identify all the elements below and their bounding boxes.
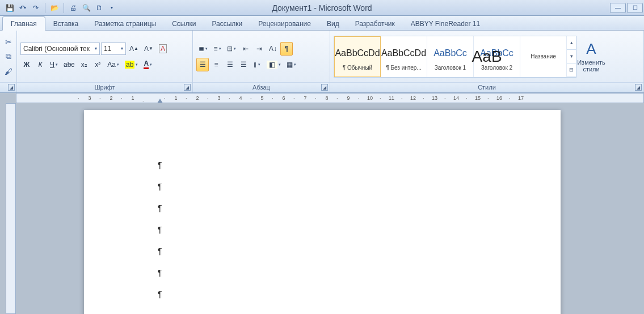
clear-formatting-button[interactable]: A [157,42,169,56]
paragraph-mark[interactable]: ¶ [158,204,561,212]
tab-home[interactable]: Главная [2,16,45,31]
window-controls: ― ☐ [610,3,644,13]
increase-indent-button[interactable]: ⇥ [253,42,266,56]
ruler-tick: 7 [294,95,316,101]
minimize-button[interactable]: ― [610,3,626,13]
font-size-combo[interactable]: 11▾ [101,43,126,55]
open-button[interactable]: 📂 [48,2,61,14]
justify-button[interactable]: ☰ [237,58,250,71]
copy-button[interactable]: ⧉ [3,50,13,63]
group-label: Абзац ◢ [193,82,330,92]
sort-button[interactable]: A↓ [267,42,279,56]
ruler-tick: 12 [402,95,424,101]
ruler-tick: 11 [381,95,402,101]
format-painter-button[interactable]: 🖌 [3,65,13,78]
paragraph-mark[interactable]: ¶ [158,161,561,169]
paragraph-mark[interactable]: ¶ [158,247,561,255]
paragraph-mark[interactable]: ¶ [158,183,561,190]
ruler-tick: 1 [122,95,144,101]
group-font: Calibri (Основной тек▾ 11▾ A▲ A▼ A Ж К Ч… [17,31,193,92]
tab-developer[interactable]: Разработчик [347,17,403,30]
font-color-button[interactable]: A▾ [141,58,154,71]
bold-button[interactable]: Ж [20,58,33,71]
underline-button[interactable]: Ч▾ [48,58,60,71]
styles-expand[interactable]: ⊟ [567,63,576,77]
tab-review[interactable]: Рецензирование [250,17,319,30]
styles-scroll-down[interactable]: ▾ [567,50,576,63]
save-button[interactable]: 💾 [3,2,16,14]
tab-insert[interactable]: Вставка [45,17,87,30]
shrink-font-button[interactable]: A▼ [142,42,155,56]
ribbon-tabs: Главная Вставка Разметка страницы Ссылки… [0,16,644,31]
vertical-ruler[interactable] [6,103,16,314]
multilevel-list-button[interactable]: ⊟▾ [225,42,238,56]
style-title[interactable]: АаВ Название [520,36,567,77]
subscript-button[interactable]: x₂ [78,58,90,71]
show-pilcrow-button[interactable]: ¶ [280,42,293,56]
qat-customize-button[interactable]: ▾ [106,2,119,14]
group-styles: AaBbCcDd ¶ Обычный AaBbCcDd ¶ Без интер.… [330,31,644,92]
ruler-tick: 15 [467,95,489,101]
superscript-button[interactable]: x² [91,58,104,71]
line-spacing-button[interactable]: ⫿▾ [251,58,263,71]
maximize-button[interactable]: ☐ [627,3,643,13]
tab-abbyy[interactable]: ABBYY FineReader 11 [403,17,489,30]
ruler-tick: 2 [187,95,208,101]
change-styles-button[interactable]: A Изменить стили [576,38,606,75]
window-title: Документ1 - Microsoft Word [272,3,372,12]
group-clipboard: ✂ ⧉ 🖌 ◢ [0,31,17,92]
ribbon: ✂ ⧉ 🖌 ◢ Calibri (Основной тек▾ 11▾ A▲ A▼… [0,31,644,93]
font-dialog-launcher[interactable]: ◢ [184,84,191,91]
ruler-tick: 13 [424,95,445,101]
align-center-button[interactable]: ≡ [210,58,222,71]
ruler-tick: 9 [338,95,359,101]
quick-print-button[interactable]: 🖨 [67,2,79,14]
align-right-button[interactable]: ☰ [224,58,236,71]
change-case-button[interactable]: Aa▾ [105,58,121,71]
style-normal[interactable]: AaBbCcDd ¶ Обычный [334,36,381,77]
borders-button[interactable]: ▦▾ [284,58,298,71]
styles-dialog-launcher[interactable]: ◢ [635,84,642,91]
document-page[interactable]: ¶¶¶¶¶¶¶ [84,110,561,314]
horizontal-ruler[interactable]: 3211234567891011121314151617 [16,93,644,103]
print-preview-button[interactable]: 🔍 [80,2,92,14]
cut-button[interactable]: ✂ [3,35,13,49]
change-styles-icon: A [586,40,596,58]
strike-button[interactable]: abc [61,58,77,71]
separator [64,3,64,13]
ruler-tick: 4 [230,95,251,101]
italic-button[interactable]: К [34,58,47,71]
numbering-button[interactable]: ≡▾ [211,42,224,56]
tab-mailings[interactable]: Рассылки [204,17,250,30]
quick-access-toolbar: 💾 ↶▾ ↷ 📂 🖨 🔍 🗋 ▾ [0,2,119,14]
highlight-color-button[interactable]: ab▾ [123,58,140,71]
paragraph-mark[interactable]: ¶ [158,290,561,298]
new-doc-button[interactable]: 🗋 [93,2,106,14]
tab-view[interactable]: Вид [319,17,347,30]
shading-button[interactable]: ◧▾ [264,58,283,71]
paragraph-mark[interactable]: ¶ [158,226,561,234]
ruler-tick: 5 [251,95,273,101]
bullets-button[interactable]: ≣▾ [196,42,210,56]
clipboard-dialog-launcher[interactable]: ◢ [8,84,15,91]
ruler-tick: 6 [273,95,294,101]
styles-scroll-up[interactable]: ▴ [567,36,576,50]
redo-button[interactable]: ↷ [30,2,42,14]
align-left-button[interactable]: ☰ [196,58,209,71]
decrease-indent-button[interactable]: ⇤ [239,42,252,56]
ruler-tick: 1 [165,95,187,101]
grow-font-button[interactable]: A▲ [127,42,141,56]
font-name-combo[interactable]: Calibri (Основной тек▾ [20,43,100,55]
paragraph-dialog-launcher[interactable]: ◢ [321,84,328,91]
left-indent-marker[interactable] [157,99,163,103]
styles-gallery: AaBbCcDd ¶ Обычный AaBbCcDd ¶ Без интер.… [334,36,576,78]
tab-page-layout[interactable]: Разметка страницы [86,17,164,30]
tab-references[interactable]: Ссылки [164,17,204,30]
group-label: Шрифт ◢ [17,82,192,92]
undo-button[interactable]: ↶▾ [16,2,29,14]
ruler-tick: 3 [79,95,100,101]
ruler-tick: 16 [489,95,510,101]
style-heading1[interactable]: AaBbCc Заголовок 1 [427,36,474,77]
style-no-spacing[interactable]: AaBbCcDd ¶ Без интер... [381,36,427,77]
paragraph-mark[interactable]: ¶ [158,269,561,277]
